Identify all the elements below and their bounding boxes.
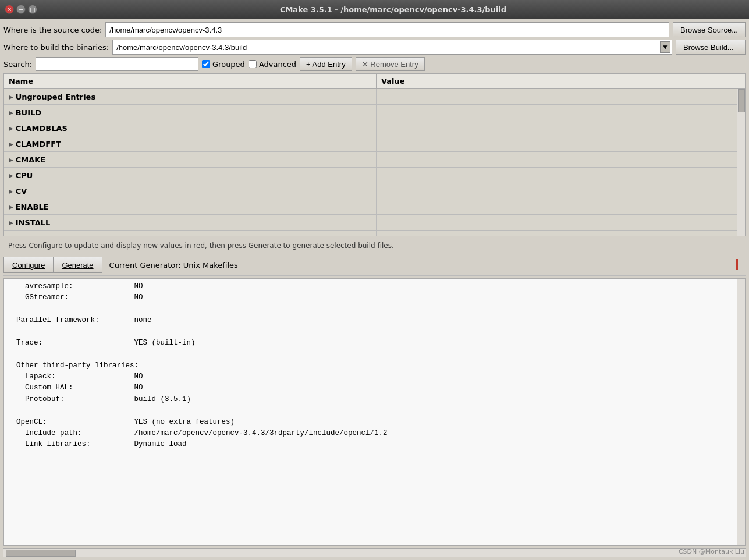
advanced-checkbox-label[interactable]: Advanced [249,60,296,69]
group-name[interactable]: ▶ INSTALL [4,215,377,230]
col-header-value: Value [377,74,745,88]
watermark: CSDN @Montauk Liu [679,548,744,555]
build-combo[interactable]: ▼ [112,40,672,55]
group-row-install[interactable]: ▶ INSTALL [4,215,745,231]
console-text: avresample: NO GStreamer: NO Parallel fr… [8,281,741,451]
title-bar: ✕ − □ CMake 3.5.1 - /home/marc/opencv/op… [0,0,749,19]
group-name[interactable]: ▶ CMAKE [4,152,377,167]
search-input[interactable] [36,57,198,71]
expand-arrow: ▶ [9,235,13,236]
source-row: Where is the source code: Browse Source.… [3,22,746,37]
console-scrollbar[interactable] [737,279,745,545]
group-value [377,189,745,193]
group-label: LAPACK [16,234,48,236]
grouped-checkbox[interactable] [202,60,210,68]
group-name[interactable]: ▶ ENABLE [4,199,377,214]
search-label: Search: [3,60,32,69]
bottom-buttons-row: Configure Generate Current Generator: Un… [3,254,746,276]
group-value [377,126,745,130]
group-name[interactable]: ▶ BUILD [4,105,377,120]
status-text: Press Configure to update and display ne… [8,242,394,250]
minimize-button[interactable]: − [16,5,26,14]
group-row-cv[interactable]: ▶ CV [4,183,745,199]
table-scrollbar[interactable] [737,89,745,236]
scrollbar-thumb[interactable] [738,89,745,112]
group-row-build[interactable]: ▶ BUILD [4,105,745,120]
group-name[interactable]: ▶ CLAMDBLAS [4,120,377,136]
status-bar: Press Configure to update and display ne… [3,239,746,252]
table-body[interactable]: ▶ Ungrouped Entries ▶ BUILD ▶ CLAMDBLA [4,89,745,236]
configure-button[interactable]: Configure [3,257,54,273]
grouped-checkbox-label[interactable]: Grouped [202,60,245,69]
group-label: ENABLE [16,203,49,211]
group-row-enable[interactable]: ▶ ENABLE [4,199,745,215]
group-label: INSTALL [16,218,51,227]
group-label: BUILD [16,108,41,117]
group-value [377,205,745,208]
browse-build-button[interactable]: Browse Build... [676,40,746,55]
config-table: Name Value ▶ Ungrouped Entries ▶ BUILD [3,73,746,236]
close-button[interactable]: ✕ [5,5,14,14]
horizontal-scrollbar[interactable] [3,548,746,557]
group-name[interactable]: ▶ CV [4,183,377,199]
expand-arrow: ▶ [9,188,13,194]
group-name[interactable]: ▶ CPU [4,168,377,183]
expand-arrow: ▶ [9,157,13,163]
generate-button[interactable]: Generate [54,257,102,273]
group-value [377,221,745,224]
group-label: CLAMDFFT [16,140,61,148]
group-label: CLAMDBLAS [16,124,68,133]
build-label: Where to build the binaries: [3,43,109,52]
group-label: CPU [16,171,33,180]
group-value [377,173,745,177]
group-row-clamdfft[interactable]: ▶ CLAMDFFT [4,136,745,152]
group-label: CMAKE [16,155,46,164]
remove-entry-button[interactable]: ✕ Remove Entry [356,57,425,71]
browse-source-button[interactable]: Browse Source... [673,22,746,37]
expand-arrow: ▶ [9,94,13,100]
group-label: Ungrouped Entries [16,93,95,101]
h-scroll-thumb[interactable] [6,550,76,557]
main-content: Where is the source code: Browse Source.… [0,19,749,560]
generator-info: Current Generator: Unix Makefiles [102,261,728,270]
expand-arrow: ▶ [9,109,13,116]
expand-arrow: ▶ [9,125,13,132]
source-input[interactable] [105,22,669,37]
build-input[interactable] [116,43,656,52]
build-row: Where to build the binaries: ▼ Browse Bu… [3,40,746,55]
progress-indicator [736,259,738,270]
group-value [377,111,745,114]
add-entry-button[interactable]: + Add Entry [300,57,352,71]
advanced-label: Advanced [259,60,296,69]
group-value [377,142,745,146]
group-row-cmake[interactable]: ▶ CMAKE [4,152,745,168]
group-name[interactable]: ▶ LAPACK [4,231,377,236]
expand-arrow: ▶ [9,219,13,226]
window-controls: ✕ − □ [5,5,37,14]
app-window: ✕ − □ CMake 3.5.1 - /home/marc/opencv/op… [0,0,749,560]
group-row-cpu[interactable]: ▶ CPU [4,168,745,183]
table-header: Name Value [4,74,745,89]
group-name[interactable]: ▶ CLAMDFFT [4,136,377,151]
generator-text: Current Generator: Unix Makefiles [109,261,238,270]
col-header-name: Name [4,74,377,88]
advanced-checkbox[interactable] [249,60,257,68]
source-label: Where is the source code: [3,26,102,34]
window-title: CMake 3.5.1 - /home/marc/opencv/opencv-3… [42,5,744,14]
expand-arrow: ▶ [9,141,13,147]
expand-arrow: ▶ [9,204,13,210]
group-row-ungrouped[interactable]: ▶ Ungrouped Entries [4,89,745,105]
build-dropdown-arrow[interactable]: ▼ [660,41,670,53]
maximize-button[interactable]: □ [28,5,37,14]
group-label: CV [16,187,27,196]
group-row-lapack[interactable]: ▶ LAPACK [4,231,745,236]
progress-indicator-area [728,259,746,271]
group-value [377,95,745,98]
group-row-clamdblas[interactable]: ▶ CLAMDBLAS [4,120,745,136]
search-row: Search: Grouped Advanced + Add Entry ✕ R… [3,57,746,71]
console-output[interactable]: avresample: NO GStreamer: NO Parallel fr… [3,278,746,546]
grouped-label: Grouped [212,60,245,69]
group-value [377,158,745,161]
group-name[interactable]: ▶ Ungrouped Entries [4,89,377,104]
expand-arrow: ▶ [9,172,13,179]
